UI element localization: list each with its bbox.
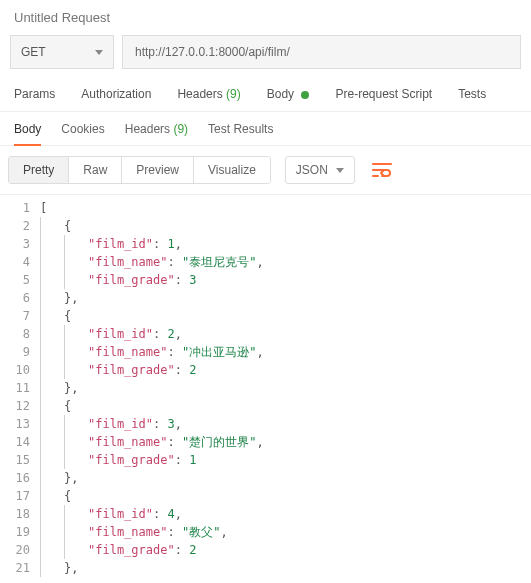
tab-headers[interactable]: Headers (9) xyxy=(177,87,240,111)
request-title: Untitled Request xyxy=(0,0,531,31)
view-pretty-button[interactable]: Pretty xyxy=(9,157,69,183)
tab-body[interactable]: Body xyxy=(267,87,310,111)
code-line[interactable]: { xyxy=(40,397,531,415)
resp-headers-count: (9) xyxy=(173,122,188,136)
line-number[interactable]: 3 xyxy=(0,235,30,253)
line-number[interactable]: 16 xyxy=(0,469,30,487)
line-number-gutter: 123456789101112131415161718192021 xyxy=(0,195,40,581)
code-line[interactable]: "film_grade": 2 xyxy=(40,541,531,559)
body-indicator-dot xyxy=(301,91,309,99)
code-line[interactable]: "film_id": 2, xyxy=(40,325,531,343)
line-number[interactable]: 10 xyxy=(0,361,30,379)
line-number[interactable]: 7 xyxy=(0,307,30,325)
code-line[interactable]: { xyxy=(40,487,531,505)
code-line[interactable]: "film_id": 4, xyxy=(40,505,531,523)
view-visualize-button[interactable]: Visualize xyxy=(194,157,270,183)
view-preview-button[interactable]: Preview xyxy=(122,157,194,183)
resp-tab-headers[interactable]: Headers (9) xyxy=(125,122,188,145)
code-line[interactable]: "film_name": "冲出亚马逊", xyxy=(40,343,531,361)
view-raw-button[interactable]: Raw xyxy=(69,157,122,183)
line-number[interactable]: 18 xyxy=(0,505,30,523)
code-line[interactable]: "film_name": "教父", xyxy=(40,523,531,541)
request-row: GET http://127.0.0.1:8000/api/film/ xyxy=(0,31,531,79)
line-number[interactable]: 12 xyxy=(0,397,30,415)
line-number[interactable]: 1 xyxy=(0,199,30,217)
url-input[interactable]: http://127.0.0.1:8000/api/film/ xyxy=(122,35,521,69)
resp-tab-headers-label: Headers xyxy=(125,122,170,136)
line-number[interactable]: 5 xyxy=(0,271,30,289)
code-line[interactable]: { xyxy=(40,307,531,325)
code-line[interactable]: }, xyxy=(40,379,531,397)
http-method-value: GET xyxy=(21,45,46,59)
code-line[interactable]: "film_id": 1, xyxy=(40,235,531,253)
tab-authorization[interactable]: Authorization xyxy=(81,87,151,111)
line-number[interactable]: 2 xyxy=(0,217,30,235)
line-number[interactable]: 8 xyxy=(0,325,30,343)
code-line[interactable]: }, xyxy=(40,289,531,307)
chevron-down-icon xyxy=(95,50,103,55)
line-number[interactable]: 17 xyxy=(0,487,30,505)
code-line[interactable]: "film_name": "楚门的世界", xyxy=(40,433,531,451)
line-number[interactable]: 15 xyxy=(0,451,30,469)
resp-tab-cookies[interactable]: Cookies xyxy=(61,122,104,145)
tab-prerequest[interactable]: Pre-request Script xyxy=(335,87,432,111)
url-value: http://127.0.0.1:8000/api/film/ xyxy=(135,45,290,59)
code-line[interactable]: { xyxy=(40,217,531,235)
response-view-toolbar: Pretty Raw Preview Visualize JSON xyxy=(0,146,531,195)
wrap-lines-button[interactable] xyxy=(365,156,399,184)
line-number[interactable]: 19 xyxy=(0,523,30,541)
http-method-select[interactable]: GET xyxy=(10,35,114,69)
tab-params[interactable]: Params xyxy=(14,87,55,111)
chevron-down-icon xyxy=(336,168,344,173)
line-number[interactable]: 14 xyxy=(0,433,30,451)
code-line[interactable]: "film_id": 3, xyxy=(40,415,531,433)
request-tabs: Params Authorization Headers (9) Body Pr… xyxy=(0,79,531,112)
tab-tests[interactable]: Tests xyxy=(458,87,486,111)
view-mode-group: Pretty Raw Preview Visualize xyxy=(8,156,271,184)
tab-headers-label: Headers xyxy=(177,87,222,101)
code-line[interactable]: "film_name": "泰坦尼克号", xyxy=(40,253,531,271)
code-line[interactable]: "film_grade": 3 xyxy=(40,271,531,289)
line-number[interactable]: 4 xyxy=(0,253,30,271)
code-line[interactable]: "film_grade": 1 xyxy=(40,451,531,469)
line-number[interactable]: 11 xyxy=(0,379,30,397)
code-line[interactable]: }, xyxy=(40,559,531,577)
response-body-editor[interactable]: 123456789101112131415161718192021 [{"fil… xyxy=(0,195,531,581)
format-select[interactable]: JSON xyxy=(285,156,355,184)
line-number[interactable]: 20 xyxy=(0,541,30,559)
line-number[interactable]: 21 xyxy=(0,559,30,577)
resp-tab-testresults[interactable]: Test Results xyxy=(208,122,273,145)
headers-count: (9) xyxy=(226,87,241,101)
wrap-lines-icon xyxy=(372,162,392,178)
code-line[interactable]: }, xyxy=(40,469,531,487)
line-number[interactable]: 6 xyxy=(0,289,30,307)
resp-tab-body[interactable]: Body xyxy=(14,122,41,146)
code-lines: [{"film_id": 1,"film_name": "泰坦尼克号","fil… xyxy=(40,195,531,581)
code-line[interactable]: "film_grade": 2 xyxy=(40,361,531,379)
response-tabs: Body Cookies Headers (9) Test Results xyxy=(0,112,531,146)
format-value: JSON xyxy=(296,163,328,177)
tab-body-label: Body xyxy=(267,87,294,101)
code-line[interactable]: [ xyxy=(40,199,531,217)
line-number[interactable]: 13 xyxy=(0,415,30,433)
line-number[interactable]: 9 xyxy=(0,343,30,361)
